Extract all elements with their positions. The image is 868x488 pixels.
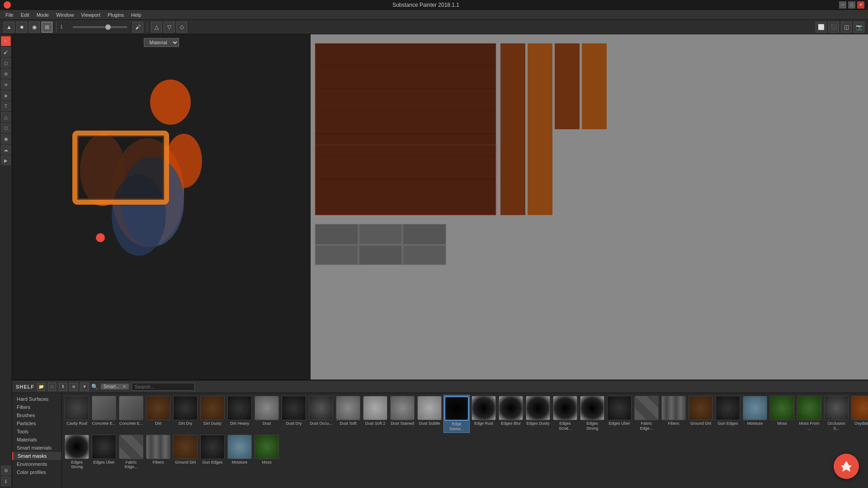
- shelf-item[interactable]: Dust Occu...: [308, 395, 334, 427]
- menu-edit[interactable]: Edit: [17, 11, 33, 19]
- shelf-item[interactable]: Ground Dirt: [172, 434, 198, 466]
- left-tool-mat[interactable]: ◉: [1, 134, 11, 144]
- shelf-item[interactable]: Concrete E...: [91, 395, 117, 427]
- shelf-item[interactable]: Moss: [769, 395, 795, 427]
- shelf-cat-hard-surfaces[interactable]: Hard Surfaces: [12, 395, 61, 403]
- menu-viewport[interactable]: Viewport: [77, 11, 104, 19]
- shelf-item[interactable]: Edges Blur: [498, 395, 524, 427]
- shelf-cat-particles[interactable]: Particles: [12, 419, 61, 427]
- shelf-cat-tools[interactable]: Tools: [12, 427, 61, 436]
- left-tool-erase[interactable]: ◻: [1, 58, 11, 68]
- toolbar-grid-btn[interactable]: ⊞: [42, 22, 52, 33]
- left-tool-smudge[interactable]: ≋: [1, 80, 11, 89]
- shelf-item[interactable]: Cavity Rust: [64, 395, 90, 427]
- shelf-item[interactable]: Dust Soft: [335, 395, 361, 427]
- shelf-filter-btn[interactable]: ▼: [80, 383, 89, 391]
- shelf-tag-close[interactable]: ✕: [123, 384, 126, 389]
- shelf-import-btn[interactable]: ⬆: [59, 383, 67, 391]
- shelf-item[interactable]: Dirt Heavy: [226, 395, 253, 427]
- shelf-cat-smart-materials[interactable]: Smart materials: [12, 444, 61, 452]
- shelf-cat-smart-masks[interactable]: Smart masks: [12, 452, 61, 460]
- brush-size-thumb[interactable]: [105, 24, 111, 30]
- left-tool-env[interactable]: ☁: [1, 145, 11, 155]
- shelf-item[interactable]: Fibers: [145, 434, 171, 466]
- shelf-item[interactable]: Moisture: [226, 434, 253, 466]
- shelf-item[interactable]: Moisture: [742, 395, 768, 427]
- viewport-3d-dropdown[interactable]: Material: [144, 38, 179, 47]
- shelf-filter2-btn[interactable]: ⊕: [70, 383, 78, 391]
- left-tool-text[interactable]: T: [1, 101, 11, 111]
- shelf-folder-btn[interactable]: 📁: [37, 383, 45, 391]
- brush-size-slider[interactable]: [73, 26, 127, 28]
- menu-plugins[interactable]: Plugins: [104, 11, 127, 19]
- left-tool-poly[interactable]: ⬡: [1, 123, 11, 133]
- toolbar-circle-btn[interactable]: ◉: [29, 22, 40, 33]
- viewport-split-btn[interactable]: ◫: [841, 22, 852, 33]
- shelf-item[interactable]: Edge Rust: [471, 395, 497, 427]
- shelf-item[interactable]: Edges Strong: [64, 434, 90, 471]
- minimize-button[interactable]: ─: [839, 1, 846, 9]
- shelf-item[interactable]: Dust Soft 2: [362, 395, 388, 427]
- menu-file[interactable]: File: [2, 11, 17, 19]
- viewport-cam-btn[interactable]: 📷: [854, 22, 864, 33]
- shelf-item[interactable]: Concrete E...: [118, 395, 144, 427]
- close-button[interactable]: ✕: [857, 1, 864, 9]
- shelf-item[interactable]: Occlusion S...: [823, 395, 849, 432]
- shelf-item[interactable]: Edges Scrat...: [552, 395, 578, 432]
- left-tool-anim[interactable]: ▶: [1, 155, 11, 165]
- shelf-item[interactable]: Dust: [254, 395, 280, 427]
- shelf-item[interactable]: Ground Dirt: [688, 395, 714, 427]
- maximize-button[interactable]: □: [848, 1, 855, 9]
- shelf-new-btn[interactable]: □: [48, 383, 56, 391]
- toolbar-square-btn[interactable]: ■: [16, 22, 27, 33]
- left-tool-select[interactable]: ↖: [1, 36, 11, 46]
- shelf-cat-brushes[interactable]: Brushes: [12, 411, 61, 419]
- shelf-active-tag[interactable]: Smart... ✕: [101, 384, 129, 389]
- left-tool-paint[interactable]: 🖌: [1, 47, 11, 57]
- shelf-item[interactable]: Dust Subtle: [416, 395, 443, 427]
- shelf-cat-filters[interactable]: Filters: [12, 403, 61, 411]
- shelf-search-input[interactable]: [132, 383, 195, 391]
- toolbar-sym1[interactable]: △: [151, 22, 162, 33]
- shelf-item[interactable]: Gun Edges: [199, 434, 226, 466]
- red-circle-logo[interactable]: [834, 454, 859, 479]
- shelf-item[interactable]: Fibers: [660, 395, 687, 427]
- toolbar-triangle-btn[interactable]: ▲: [4, 22, 14, 33]
- shelf-cat-environments[interactable]: Environments: [12, 460, 61, 468]
- menu-help[interactable]: Help: [127, 11, 145, 19]
- shelf-item[interactable]: Dirt Dry: [172, 395, 198, 427]
- viewport-3d[interactable]: Y ↕ X Material: [12, 34, 311, 269]
- menu-window[interactable]: Window: [52, 11, 77, 19]
- shelf-item[interactable]: Edges Uber: [91, 434, 117, 466]
- shelf-item[interactable]: Moss: [254, 434, 280, 466]
- shelf-item[interactable]: Oxydation: [850, 395, 868, 427]
- shelf-item[interactable]: Dust Stained: [389, 395, 415, 427]
- shelf-item[interactable]: Edges Uber: [606, 395, 632, 427]
- left-tool-info[interactable]: ℹ: [1, 476, 11, 486]
- shelf-cat-materials[interactable]: Materials: [12, 436, 61, 444]
- menu-mode[interactable]: Mode: [33, 11, 53, 19]
- toolbar-paint-btn[interactable]: 🖌: [132, 22, 143, 33]
- shelf-item[interactable]: Edges Strong: [579, 395, 605, 432]
- shelf-item[interactable]: Edges Dusty: [525, 395, 551, 427]
- shelf-item[interactable]: Dust Dry: [281, 395, 307, 427]
- toolbar-sym3[interactable]: ◇: [176, 22, 187, 33]
- left-tool-clone[interactable]: ⊕: [1, 69, 11, 79]
- viewport-3d-btn[interactable]: ⬜: [816, 22, 826, 33]
- left-tool-geom[interactable]: △: [1, 112, 11, 122]
- shelf-item[interactable]: Fabric Edge...: [118, 434, 144, 471]
- viewport-cube-btn[interactable]: ⬛: [828, 22, 839, 33]
- left-tool-settings[interactable]: ⚙: [1, 465, 11, 475]
- shelf-item[interactable]: Edge Dama...: [443, 395, 470, 433]
- shelf-item[interactable]: Moss From ...: [796, 395, 822, 432]
- shelf-item[interactable]: Dirt Dusty: [199, 395, 226, 427]
- viewport-2d[interactable]: Material U: [311, 34, 868, 380]
- shelf-item[interactable]: Fabric Edge...: [633, 395, 660, 432]
- shelf-item[interactable]: Gun Edges: [715, 395, 741, 427]
- toolbar-sym2[interactable]: ▽: [164, 22, 175, 33]
- shelf-cat-color-profiles[interactable]: Color profiles: [12, 468, 61, 476]
- shelf-item-label: Gun Edges: [202, 460, 222, 465]
- left-tool-fill[interactable]: ◈: [1, 90, 11, 100]
- shelf-item[interactable]: Dirt: [145, 395, 171, 427]
- svg-rect-24: [582, 43, 607, 129]
